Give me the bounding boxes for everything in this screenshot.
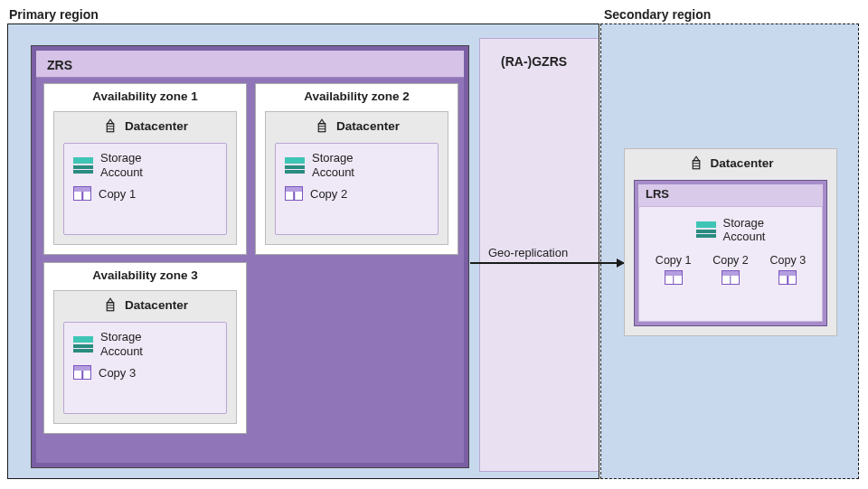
az1-dc-label: Datacenter bbox=[125, 119, 188, 133]
lrs-container: LRS Storage Account Copy 1 Copy 2 bbox=[634, 180, 827, 326]
zrs-body: Availability zone 1 Datacenter Storage A… bbox=[36, 78, 464, 463]
datacenter-icon bbox=[688, 155, 704, 171]
primary-region-title: Primary region bbox=[9, 7, 99, 22]
copy-icon bbox=[665, 270, 683, 285]
lrs-copy2-label: Copy 2 bbox=[712, 254, 749, 267]
az1-datacenter: Datacenter Storage Account Copy 1 bbox=[53, 111, 237, 245]
lrs-copy-1: Copy 1 bbox=[656, 254, 692, 285]
copy-icon bbox=[778, 270, 797, 285]
az2-storage-zone: Storage Account Copy 2 bbox=[275, 143, 439, 235]
az2-sa-label: Storage Account bbox=[312, 151, 354, 179]
zrs-container: ZRS Availability zone 1 Datacenter Stora… bbox=[31, 45, 469, 468]
copy-icon bbox=[722, 270, 740, 285]
az3-copy-label: Copy 3 bbox=[99, 366, 136, 380]
geo-replication-label: Geo-replication bbox=[488, 246, 568, 259]
svg-rect-3 bbox=[693, 161, 700, 169]
datacenter-icon bbox=[314, 118, 330, 134]
zrs-header: ZRS bbox=[36, 51, 464, 78]
az3-dc-label: Datacenter bbox=[125, 298, 188, 312]
storage-account-icon bbox=[73, 157, 93, 174]
availability-zone-1: Availability zone 1 Datacenter Storage A… bbox=[43, 83, 247, 255]
datacenter-icon bbox=[102, 296, 118, 313]
datacenter-icon bbox=[102, 118, 118, 134]
az2-copy-label: Copy 2 bbox=[310, 187, 347, 201]
secondary-datacenter: Datacenter LRS Storage Account Copy 1 Co… bbox=[624, 148, 837, 336]
az3-title: Availability zone 3 bbox=[44, 263, 246, 286]
sec-sa-label: Storage Account bbox=[723, 216, 766, 243]
availability-zone-3: Availability zone 3 Datacenter Storage A… bbox=[43, 262, 247, 434]
geo-replication-arrow bbox=[470, 262, 624, 264]
az3-storage-zone: Storage Account Copy 3 bbox=[63, 322, 227, 414]
storage-account-icon bbox=[285, 157, 305, 174]
secondary-region-title: Secondary region bbox=[604, 7, 711, 22]
lrs-copy-2: Copy 2 bbox=[712, 254, 749, 285]
lrs-label: LRS bbox=[638, 184, 823, 206]
copy-icon bbox=[73, 186, 91, 201]
svg-rect-1 bbox=[318, 124, 326, 132]
lrs-copy1-label: Copy 1 bbox=[656, 254, 692, 267]
lrs-copy3-label: Copy 3 bbox=[770, 254, 807, 267]
az3-sa-label: Storage Account bbox=[100, 330, 143, 358]
svg-rect-2 bbox=[107, 303, 114, 311]
az2-datacenter: Datacenter Storage Account Copy 2 bbox=[265, 111, 448, 245]
az1-storage-zone: Storage Account Copy 1 bbox=[63, 143, 227, 235]
az1-sa-label: Storage Account bbox=[100, 151, 143, 179]
copy-icon bbox=[285, 186, 303, 201]
lrs-copy-3: Copy 3 bbox=[770, 254, 807, 285]
az3-datacenter: Datacenter Storage Account Copy 3 bbox=[53, 290, 237, 424]
availability-zone-2: Availability zone 2 Datacenter Storage A… bbox=[255, 83, 458, 255]
az1-title: Availability zone 1 bbox=[44, 84, 246, 107]
ra-gzrs-label: (RA-)GZRS bbox=[501, 54, 567, 69]
sec-dc-label: Datacenter bbox=[711, 156, 774, 170]
zrs-label: ZRS bbox=[47, 58, 72, 72]
az2-dc-label: Datacenter bbox=[336, 119, 400, 133]
svg-rect-0 bbox=[107, 124, 114, 132]
storage-account-icon bbox=[696, 221, 716, 238]
lrs-body: Storage Account Copy 1 Copy 2 Copy 3 bbox=[638, 206, 823, 322]
copy-icon bbox=[73, 365, 91, 380]
storage-account-icon bbox=[73, 336, 93, 353]
az1-copy-label: Copy 1 bbox=[99, 187, 136, 201]
az2-title: Availability zone 2 bbox=[256, 84, 458, 107]
